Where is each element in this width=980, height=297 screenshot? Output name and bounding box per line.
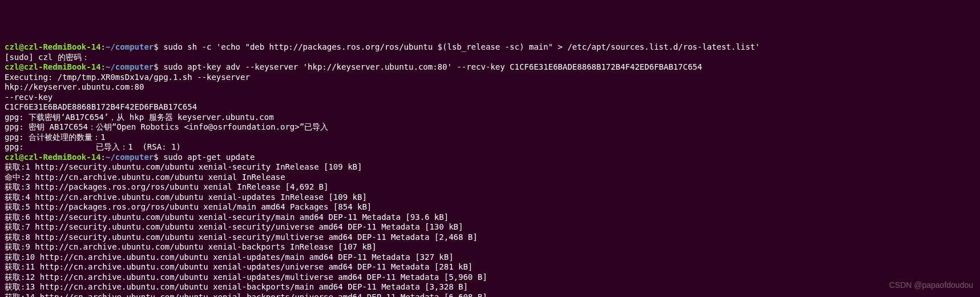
prompt-sep: :: [101, 42, 106, 51]
terminal-line: C1CF6E31E6BADE8868B172B4F42ED6FBAB17C654: [5, 102, 975, 113]
terminal-line: czl@czl-RedmiBook-14:~/computer$ sudo ap…: [5, 152, 975, 163]
command-text: sudo apt-key adv --keyserver 'hkp://keys…: [163, 62, 702, 71]
output-text: 获取:8 http://security.ubuntu.com/ubuntu x…: [5, 232, 478, 242]
terminal-line: 获取:4 http://cn.archive.ubuntu.com/ubuntu…: [5, 192, 975, 203]
output-text: 获取:7 http://security.ubuntu.com/ubuntu x…: [5, 222, 463, 231]
prompt-dollar: $: [154, 62, 163, 71]
output-text: 获取:5 http://packages.ros.org/ros/ubuntu …: [5, 202, 372, 211]
command-text: sudo sh -c 'echo "deb http://packages.ro…: [163, 42, 760, 51]
terminal-line: gpg: 已导入：1 (RSA: 1): [5, 142, 975, 152]
prompt-dollar: $: [154, 152, 163, 162]
terminal-line: hkp://keyserver.ubuntu.com:80: [5, 82, 975, 93]
terminal-line: 获取:5 http://packages.ros.org/ros/ubuntu …: [5, 202, 975, 212]
terminal-line: czl@czl-RedmiBook-14:~/computer$ sudo ap…: [5, 62, 975, 73]
prompt-sep: :: [101, 62, 106, 71]
output-text: --recv-key: [5, 93, 53, 102]
watermark: CSDN @papaofdoudou: [889, 280, 973, 291]
output-text: 获取:11 http://cn.archive.ubuntu.com/ubunt…: [5, 262, 473, 271]
terminal-line: 获取:6 http://security.ubuntu.com/ubuntu x…: [5, 212, 975, 223]
output-text: 命中:2 http://cn.archive.ubuntu.com/ubuntu…: [5, 172, 285, 182]
output-text: 获取:12 http://cn.archive.ubuntu.com/ubunt…: [5, 272, 487, 282]
prompt-path: ~/computer: [106, 62, 154, 71]
output-text: [sudo] czl 的密码：: [5, 53, 90, 62]
prompt-sep: :: [101, 152, 106, 162]
command-text: sudo apt-get update: [163, 152, 255, 162]
terminal-line: 获取:14 http://cn.archive.ubuntu.com/ubunt…: [5, 292, 975, 298]
output-text: 获取:9 http://cn.archive.ubuntu.com/ubuntu…: [5, 242, 377, 251]
terminal-line: 命中:2 http://cn.archive.ubuntu.com/ubuntu…: [5, 172, 975, 183]
terminal-line: 获取:3 http://packages.ros.org/ros/ubuntu …: [5, 182, 975, 192]
terminal-line: 获取:8 http://security.ubuntu.com/ubuntu x…: [5, 232, 975, 243]
output-text: 获取:1 http://security.ubuntu.com/ubuntu x…: [5, 162, 362, 171]
output-text: 获取:3 http://packages.ros.org/ros/ubuntu …: [5, 182, 328, 191]
output-text: 获取:13 http://cn.archive.ubuntu.com/ubunt…: [5, 282, 468, 291]
output-text: 获取:10 http://cn.archive.ubuntu.com/ubunt…: [5, 252, 454, 262]
terminal-line: 获取:10 http://cn.archive.ubuntu.com/ubunt…: [5, 252, 975, 263]
terminal-line: gpg: 下载密钥‘AB17C654’，从 hkp 服务器 keyserver.…: [5, 113, 975, 123]
output-text: 获取:6 http://security.ubuntu.com/ubuntu x…: [5, 212, 449, 222]
prompt-path: ~/computer: [106, 152, 154, 162]
terminal-line: 获取:12 http://cn.archive.ubuntu.com/ubunt…: [5, 272, 975, 283]
terminal-line: --recv-key: [5, 93, 975, 103]
terminal-line: 获取:1 http://security.ubuntu.com/ubuntu x…: [5, 162, 975, 172]
terminal-line: 获取:7 http://security.ubuntu.com/ubuntu x…: [5, 222, 975, 232]
terminal-line: 获取:9 http://cn.archive.ubuntu.com/ubuntu…: [5, 242, 975, 252]
terminal-line: czl@czl-RedmiBook-14:~/computer$ sudo sh…: [5, 42, 975, 53]
terminal-line: gpg: 合计被处理的数量：1: [5, 133, 975, 143]
prompt-user: czl@czl-RedmiBook-14: [5, 152, 101, 162]
output-text: Executing: /tmp/tmp.XR0msDx1va/gpg.1.sh …: [5, 73, 250, 82]
terminal-line: [sudo] czl 的密码：: [5, 53, 975, 63]
terminal-line: 获取:13 http://cn.archive.ubuntu.com/ubunt…: [5, 282, 975, 292]
prompt-user: czl@czl-RedmiBook-14: [5, 62, 101, 71]
prompt-dollar: $: [154, 42, 163, 51]
output-text: C1CF6E31E6BADE8868B172B4F42ED6FBAB17C654: [5, 102, 197, 111]
output-text: gpg: 下载密钥‘AB17C654’，从 hkp 服务器 keyserver.…: [5, 113, 274, 122]
terminal-line: gpg: 密钥 AB17C654：公钥“Open Robotics <info@…: [5, 122, 975, 133]
terminal-output[interactable]: czl@czl-RedmiBook-14:~/computer$ sudo sh…: [5, 42, 975, 297]
output-text: hkp://keyserver.ubuntu.com:80: [5, 82, 144, 91]
prompt-user: czl@czl-RedmiBook-14: [5, 42, 101, 51]
output-text: gpg: 合计被处理的数量：1: [5, 133, 106, 142]
output-text: gpg: 密钥 AB17C654：公钥“Open Robotics <info@…: [5, 122, 328, 131]
prompt-path: ~/computer: [106, 42, 154, 51]
output-text: 获取:14 http://cn.archive.ubuntu.com/ubunt…: [5, 292, 487, 298]
terminal-line: 获取:11 http://cn.archive.ubuntu.com/ubunt…: [5, 262, 975, 272]
terminal-line: Executing: /tmp/tmp.XR0msDx1va/gpg.1.sh …: [5, 73, 975, 83]
output-text: 获取:4 http://cn.archive.ubuntu.com/ubuntu…: [5, 192, 367, 202]
output-text: gpg: 已导入：1 (RSA: 1): [5, 142, 181, 151]
